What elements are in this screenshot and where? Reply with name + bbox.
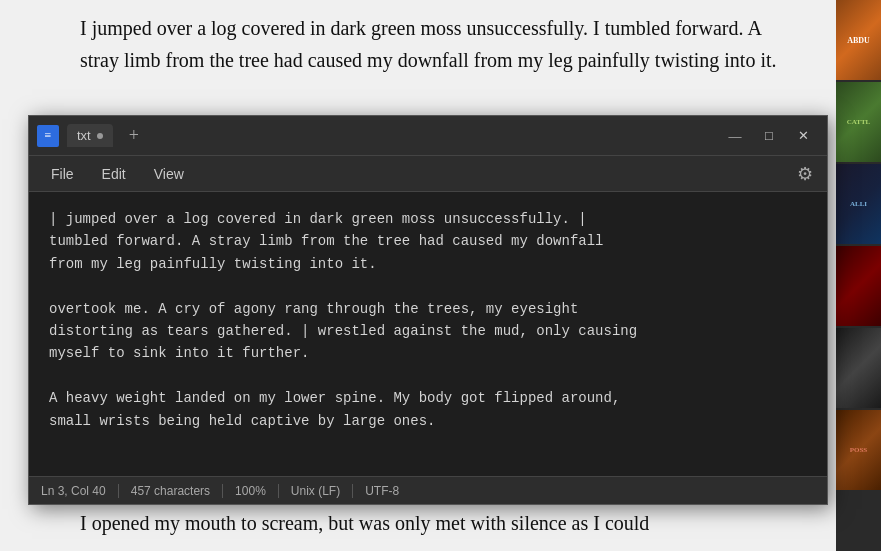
- encoding: UTF-8: [353, 484, 411, 498]
- line-ending: Unix (LF): [279, 484, 353, 498]
- app-icon: ≡: [37, 125, 59, 147]
- book-cover-4: [836, 246, 881, 326]
- character-count: 457 characters: [119, 484, 223, 498]
- view-menu[interactable]: View: [140, 160, 198, 188]
- editor-area[interactable]: | jumped over a log covered in dark gree…: [29, 192, 827, 476]
- menu-bar: File Edit View ⚙: [29, 156, 827, 192]
- book-cover-1: ABDU: [836, 0, 881, 80]
- edit-menu[interactable]: Edit: [88, 160, 140, 188]
- settings-button[interactable]: ⚙: [791, 160, 819, 188]
- background-top-text: I jumped over a log covered in dark gree…: [0, 0, 881, 88]
- book-cover-2: CATTL: [836, 82, 881, 162]
- file-menu[interactable]: File: [37, 160, 88, 188]
- notepad-window: ≡ txt + — □ ✕ File Edit: [28, 115, 828, 505]
- book-cover-5: [836, 328, 881, 408]
- window-controls: — □ ✕: [719, 122, 819, 150]
- file-tab[interactable]: txt: [67, 124, 113, 147]
- tab-modified-dot: [97, 133, 103, 139]
- book-cover-3: ALLI: [836, 164, 881, 244]
- maximize-button[interactable]: □: [753, 122, 785, 150]
- status-bar: Ln 3, Col 40 457 characters 100% Unix (L…: [29, 476, 827, 504]
- close-button[interactable]: ✕: [787, 122, 819, 150]
- book-cover-6: POSS: [836, 410, 881, 490]
- cursor-position: Ln 3, Col 40: [41, 484, 119, 498]
- tab-label: txt: [77, 128, 91, 143]
- add-tab-button[interactable]: +: [123, 123, 145, 148]
- minimize-button[interactable]: —: [719, 122, 751, 150]
- right-sidebar: ABDU CATTL ALLI POSS: [836, 0, 881, 551]
- zoom-level: 100%: [223, 484, 279, 498]
- title-bar: ≡ txt + — □ ✕: [29, 116, 827, 156]
